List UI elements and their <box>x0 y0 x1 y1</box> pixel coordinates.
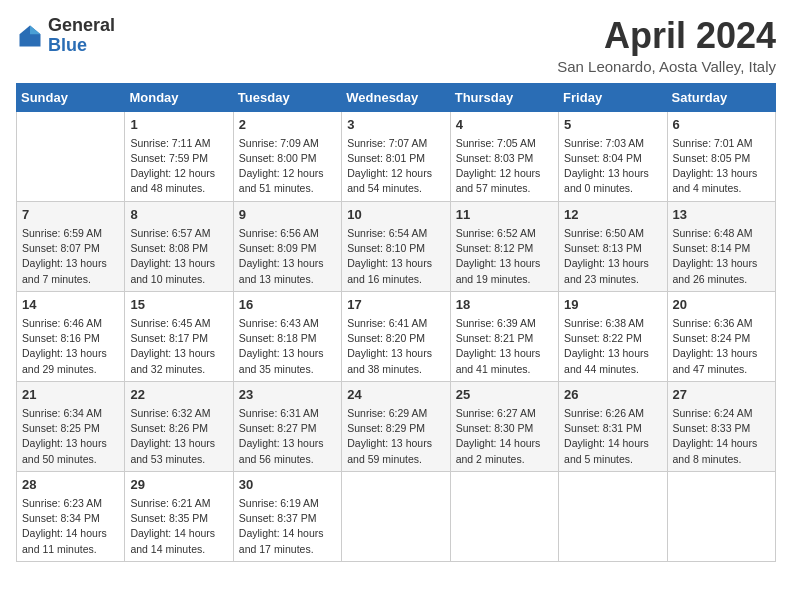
cell-sun-info: Sunrise: 6:45 AM Sunset: 8:17 PM Dayligh… <box>130 316 227 377</box>
cell-sun-info: Sunrise: 6:27 AM Sunset: 8:30 PM Dayligh… <box>456 406 553 467</box>
calendar-cell: 19Sunrise: 6:38 AM Sunset: 8:22 PM Dayli… <box>559 291 667 381</box>
day-number: 25 <box>456 386 553 404</box>
calendar-cell: 27Sunrise: 6:24 AM Sunset: 8:33 PM Dayli… <box>667 381 775 471</box>
day-number: 15 <box>130 296 227 314</box>
logo-blue-text: Blue <box>48 36 115 56</box>
page-header: General Blue April 2024 San Leonardo, Ao… <box>16 16 776 75</box>
day-number: 13 <box>673 206 770 224</box>
day-number: 21 <box>22 386 119 404</box>
day-number: 29 <box>130 476 227 494</box>
calendar-cell: 24Sunrise: 6:29 AM Sunset: 8:29 PM Dayli… <box>342 381 450 471</box>
calendar-cell: 22Sunrise: 6:32 AM Sunset: 8:26 PM Dayli… <box>125 381 233 471</box>
calendar-cell: 16Sunrise: 6:43 AM Sunset: 8:18 PM Dayli… <box>233 291 341 381</box>
cell-sun-info: Sunrise: 6:57 AM Sunset: 8:08 PM Dayligh… <box>130 226 227 287</box>
cell-sun-info: Sunrise: 6:23 AM Sunset: 8:34 PM Dayligh… <box>22 496 119 557</box>
day-number: 20 <box>673 296 770 314</box>
day-number: 23 <box>239 386 336 404</box>
calendar-cell: 1Sunrise: 7:11 AM Sunset: 7:59 PM Daylig… <box>125 111 233 201</box>
cell-sun-info: Sunrise: 6:29 AM Sunset: 8:29 PM Dayligh… <box>347 406 444 467</box>
location-subtitle: San Leonardo, Aosta Valley, Italy <box>557 58 776 75</box>
calendar-cell: 15Sunrise: 6:45 AM Sunset: 8:17 PM Dayli… <box>125 291 233 381</box>
calendar-cell: 18Sunrise: 6:39 AM Sunset: 8:21 PM Dayli… <box>450 291 558 381</box>
weekday-header-wednesday: Wednesday <box>342 83 450 111</box>
calendar-cell: 4Sunrise: 7:05 AM Sunset: 8:03 PM Daylig… <box>450 111 558 201</box>
cell-sun-info: Sunrise: 6:41 AM Sunset: 8:20 PM Dayligh… <box>347 316 444 377</box>
day-number: 7 <box>22 206 119 224</box>
calendar-cell: 5Sunrise: 7:03 AM Sunset: 8:04 PM Daylig… <box>559 111 667 201</box>
calendar-cell <box>667 471 775 561</box>
calendar-cell: 13Sunrise: 6:48 AM Sunset: 8:14 PM Dayli… <box>667 201 775 291</box>
day-number: 18 <box>456 296 553 314</box>
cell-sun-info: Sunrise: 6:34 AM Sunset: 8:25 PM Dayligh… <box>22 406 119 467</box>
cell-sun-info: Sunrise: 6:52 AM Sunset: 8:12 PM Dayligh… <box>456 226 553 287</box>
day-number: 5 <box>564 116 661 134</box>
calendar-cell: 21Sunrise: 6:34 AM Sunset: 8:25 PM Dayli… <box>17 381 125 471</box>
weekday-header-thursday: Thursday <box>450 83 558 111</box>
cell-sun-info: Sunrise: 6:38 AM Sunset: 8:22 PM Dayligh… <box>564 316 661 377</box>
calendar-week-row: 7Sunrise: 6:59 AM Sunset: 8:07 PM Daylig… <box>17 201 776 291</box>
calendar-cell: 14Sunrise: 6:46 AM Sunset: 8:16 PM Dayli… <box>17 291 125 381</box>
calendar-cell: 26Sunrise: 6:26 AM Sunset: 8:31 PM Dayli… <box>559 381 667 471</box>
calendar-cell: 2Sunrise: 7:09 AM Sunset: 8:00 PM Daylig… <box>233 111 341 201</box>
calendar-cell: 12Sunrise: 6:50 AM Sunset: 8:13 PM Dayli… <box>559 201 667 291</box>
cell-sun-info: Sunrise: 6:56 AM Sunset: 8:09 PM Dayligh… <box>239 226 336 287</box>
calendar-week-row: 1Sunrise: 7:11 AM Sunset: 7:59 PM Daylig… <box>17 111 776 201</box>
calendar-cell: 29Sunrise: 6:21 AM Sunset: 8:35 PM Dayli… <box>125 471 233 561</box>
cell-sun-info: Sunrise: 6:24 AM Sunset: 8:33 PM Dayligh… <box>673 406 770 467</box>
calendar-cell: 3Sunrise: 7:07 AM Sunset: 8:01 PM Daylig… <box>342 111 450 201</box>
day-number: 10 <box>347 206 444 224</box>
calendar-week-row: 14Sunrise: 6:46 AM Sunset: 8:16 PM Dayli… <box>17 291 776 381</box>
day-number: 16 <box>239 296 336 314</box>
calendar-cell <box>450 471 558 561</box>
cell-sun-info: Sunrise: 6:59 AM Sunset: 8:07 PM Dayligh… <box>22 226 119 287</box>
weekday-header-row: SundayMondayTuesdayWednesdayThursdayFrid… <box>17 83 776 111</box>
cell-sun-info: Sunrise: 6:48 AM Sunset: 8:14 PM Dayligh… <box>673 226 770 287</box>
cell-sun-info: Sunrise: 7:11 AM Sunset: 7:59 PM Dayligh… <box>130 136 227 197</box>
weekday-header-monday: Monday <box>125 83 233 111</box>
cell-sun-info: Sunrise: 6:43 AM Sunset: 8:18 PM Dayligh… <box>239 316 336 377</box>
cell-sun-info: Sunrise: 6:54 AM Sunset: 8:10 PM Dayligh… <box>347 226 444 287</box>
day-number: 12 <box>564 206 661 224</box>
calendar-cell: 9Sunrise: 6:56 AM Sunset: 8:09 PM Daylig… <box>233 201 341 291</box>
cell-sun-info: Sunrise: 6:31 AM Sunset: 8:27 PM Dayligh… <box>239 406 336 467</box>
day-number: 2 <box>239 116 336 134</box>
calendar-cell: 23Sunrise: 6:31 AM Sunset: 8:27 PM Dayli… <box>233 381 341 471</box>
cell-sun-info: Sunrise: 6:21 AM Sunset: 8:35 PM Dayligh… <box>130 496 227 557</box>
cell-sun-info: Sunrise: 6:46 AM Sunset: 8:16 PM Dayligh… <box>22 316 119 377</box>
calendar-cell: 30Sunrise: 6:19 AM Sunset: 8:37 PM Dayli… <box>233 471 341 561</box>
cell-sun-info: Sunrise: 6:19 AM Sunset: 8:37 PM Dayligh… <box>239 496 336 557</box>
day-number: 8 <box>130 206 227 224</box>
weekday-header-friday: Friday <box>559 83 667 111</box>
cell-sun-info: Sunrise: 7:07 AM Sunset: 8:01 PM Dayligh… <box>347 136 444 197</box>
title-block: April 2024 San Leonardo, Aosta Valley, I… <box>557 16 776 75</box>
cell-sun-info: Sunrise: 6:26 AM Sunset: 8:31 PM Dayligh… <box>564 406 661 467</box>
calendar-cell: 25Sunrise: 6:27 AM Sunset: 8:30 PM Dayli… <box>450 381 558 471</box>
calendar-cell: 28Sunrise: 6:23 AM Sunset: 8:34 PM Dayli… <box>17 471 125 561</box>
cell-sun-info: Sunrise: 6:50 AM Sunset: 8:13 PM Dayligh… <box>564 226 661 287</box>
cell-sun-info: Sunrise: 6:39 AM Sunset: 8:21 PM Dayligh… <box>456 316 553 377</box>
calendar-cell <box>559 471 667 561</box>
calendar-cell: 11Sunrise: 6:52 AM Sunset: 8:12 PM Dayli… <box>450 201 558 291</box>
logo-text: General Blue <box>48 16 115 56</box>
calendar-cell: 20Sunrise: 6:36 AM Sunset: 8:24 PM Dayli… <box>667 291 775 381</box>
weekday-header-saturday: Saturday <box>667 83 775 111</box>
logo-icon <box>16 22 44 50</box>
calendar-table: SundayMondayTuesdayWednesdayThursdayFrid… <box>16 83 776 562</box>
calendar-cell: 8Sunrise: 6:57 AM Sunset: 8:08 PM Daylig… <box>125 201 233 291</box>
day-number: 9 <box>239 206 336 224</box>
calendar-week-row: 21Sunrise: 6:34 AM Sunset: 8:25 PM Dayli… <box>17 381 776 471</box>
day-number: 27 <box>673 386 770 404</box>
month-year-title: April 2024 <box>557 16 776 56</box>
calendar-week-row: 28Sunrise: 6:23 AM Sunset: 8:34 PM Dayli… <box>17 471 776 561</box>
day-number: 4 <box>456 116 553 134</box>
day-number: 1 <box>130 116 227 134</box>
weekday-header-sunday: Sunday <box>17 83 125 111</box>
day-number: 3 <box>347 116 444 134</box>
day-number: 6 <box>673 116 770 134</box>
day-number: 19 <box>564 296 661 314</box>
cell-sun-info: Sunrise: 7:01 AM Sunset: 8:05 PM Dayligh… <box>673 136 770 197</box>
day-number: 24 <box>347 386 444 404</box>
day-number: 30 <box>239 476 336 494</box>
cell-sun-info: Sunrise: 6:32 AM Sunset: 8:26 PM Dayligh… <box>130 406 227 467</box>
calendar-cell: 10Sunrise: 6:54 AM Sunset: 8:10 PM Dayli… <box>342 201 450 291</box>
